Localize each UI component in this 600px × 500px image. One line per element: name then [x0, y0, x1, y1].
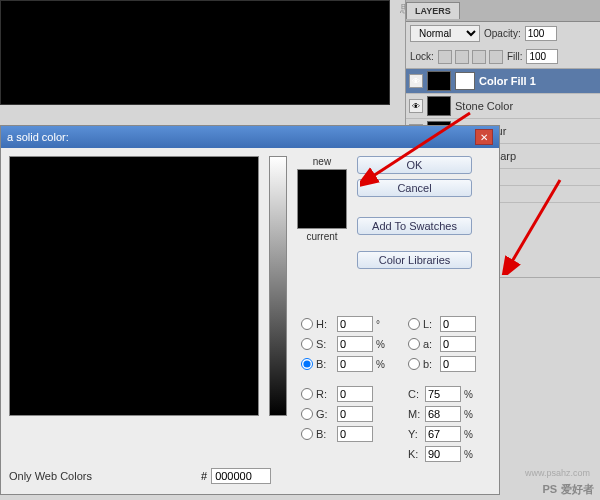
hue-slider[interactable]: [269, 156, 287, 416]
degree-unit: °: [376, 319, 388, 330]
r-input[interactable]: [337, 386, 373, 402]
new-label: new: [313, 156, 331, 167]
lock-all-icon[interactable]: [489, 50, 503, 64]
watermark-logo: PS 爱好者: [542, 480, 594, 497]
s-radio[interactable]: [301, 338, 313, 350]
color-libraries-button[interactable]: Color Libraries: [357, 251, 472, 269]
panel-header: LAYERS: [406, 0, 600, 22]
lock-label: Lock:: [410, 51, 434, 62]
close-icon[interactable]: ✕: [475, 129, 493, 145]
y-input[interactable]: [425, 426, 461, 442]
b2-input[interactable]: [337, 426, 373, 442]
c-label: C:: [408, 388, 422, 400]
web-colors-label: Only Web Colors: [9, 470, 92, 482]
opacity-label: Opacity:: [484, 28, 521, 39]
visibility-icon[interactable]: [409, 99, 423, 113]
percent-unit: %: [464, 409, 476, 420]
g-radio[interactable]: [301, 408, 313, 420]
hex-input[interactable]: [211, 468, 271, 484]
layer-item-stone-color[interactable]: Stone Color: [406, 94, 600, 119]
h-label: H:: [316, 318, 334, 330]
l-radio[interactable]: [408, 318, 420, 330]
k-label: K:: [408, 448, 422, 460]
fill-label: Fill:: [507, 51, 523, 62]
lab-b-radio[interactable]: [408, 358, 420, 370]
h-radio[interactable]: [301, 318, 313, 330]
visibility-icon[interactable]: [409, 74, 423, 88]
add-swatches-button[interactable]: Add To Swatches: [357, 217, 472, 235]
color-field[interactable]: [9, 156, 259, 416]
percent-unit: %: [464, 389, 476, 400]
layer-thumbnail: [427, 96, 451, 116]
cancel-button[interactable]: Cancel: [357, 179, 472, 197]
l-input[interactable]: [440, 316, 476, 332]
b-input[interactable]: [337, 356, 373, 372]
r-label: R:: [316, 388, 334, 400]
opacity-input[interactable]: [525, 26, 557, 41]
a-input[interactable]: [440, 336, 476, 352]
watermark-url: www.psahz.com: [525, 468, 590, 478]
y-label: Y:: [408, 428, 422, 440]
g-input[interactable]: [337, 406, 373, 422]
m-input[interactable]: [425, 406, 461, 422]
canvas-area: [0, 0, 390, 105]
layer-name: Color Fill 1: [479, 75, 536, 87]
lock-position-icon[interactable]: [472, 50, 486, 64]
layers-tab[interactable]: LAYERS: [406, 2, 460, 19]
h-input[interactable]: [337, 316, 373, 332]
b-radio[interactable]: [301, 358, 313, 370]
dialog-titlebar[interactable]: a solid color: ✕: [1, 126, 499, 148]
b2-radio[interactable]: [301, 428, 313, 440]
lab-b-input[interactable]: [440, 356, 476, 372]
a-radio[interactable]: [408, 338, 420, 350]
lock-image-icon[interactable]: [455, 50, 469, 64]
percent-unit: %: [376, 359, 388, 370]
layer-item-color-fill-1[interactable]: Color Fill 1: [406, 69, 600, 94]
percent-unit: %: [376, 339, 388, 350]
layer-thumbnail: [427, 71, 451, 91]
g-label: G:: [316, 408, 334, 420]
ok-button[interactable]: OK: [357, 156, 472, 174]
lab-b-label: b:: [423, 358, 437, 370]
layer-name: Stone Color: [455, 100, 513, 112]
c-input[interactable]: [425, 386, 461, 402]
s-label: S:: [316, 338, 334, 350]
fill-input[interactable]: [526, 49, 558, 64]
hex-label: #: [201, 470, 207, 482]
blend-mode-select[interactable]: Normal: [410, 25, 480, 42]
lock-transparency-icon[interactable]: [438, 50, 452, 64]
b-label: B:: [316, 358, 334, 370]
k-input[interactable]: [425, 446, 461, 462]
percent-unit: %: [464, 449, 476, 460]
b2-label: B:: [316, 428, 334, 440]
a-label: a:: [423, 338, 437, 350]
m-label: M:: [408, 408, 422, 420]
current-label: current: [306, 231, 337, 242]
dialog-title-text: a solid color:: [7, 131, 69, 143]
color-picker-dialog: a solid color: ✕ new current OK Cancel A…: [0, 125, 500, 495]
s-input[interactable]: [337, 336, 373, 352]
l-label: L:: [423, 318, 437, 330]
color-preview: [297, 169, 347, 229]
r-radio[interactable]: [301, 388, 313, 400]
mask-thumbnail: [455, 72, 475, 90]
percent-unit: %: [464, 429, 476, 440]
